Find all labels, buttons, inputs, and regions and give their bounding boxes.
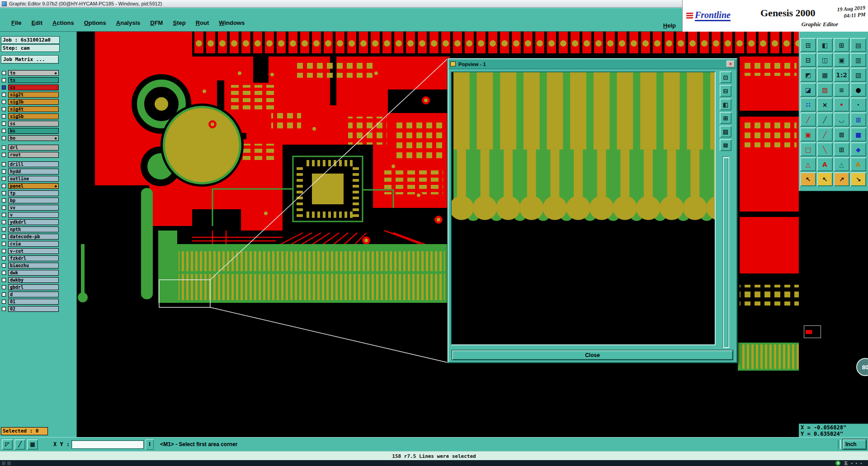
layer-checkbox[interactable] [2, 114, 6, 118]
popview-scrollbar-thumb[interactable] [723, 158, 728, 347]
layer-row[interactable]: bs [2, 127, 74, 134]
layer-checkbox[interactable] [2, 153, 6, 157]
layer-row[interactable]: sig3b [2, 99, 74, 105]
grid-window-button[interactable]: ⊞ [834, 142, 849, 156]
popview-titlebar[interactable]: Popview - 1 × [448, 59, 736, 69]
layer-bar[interactable]: npth [8, 226, 59, 232]
select-cursor-button[interactable]: ↖ [800, 172, 816, 186]
popview-rows-button[interactable]: ▤ [720, 126, 731, 137]
layer-bar[interactable]: vv [8, 205, 59, 211]
rows-view-button[interactable]: ▥ [850, 53, 866, 67]
menu-item[interactable]: File [6, 19, 26, 27]
red-backslash-button[interactable]: ╲ [817, 142, 833, 156]
menu-item[interactable]: Options [79, 19, 111, 27]
letter-a-orange-button[interactable]: A [850, 157, 866, 171]
layer-checkbox[interactable] [2, 129, 6, 133]
layer-row[interactable]: vv [2, 204, 74, 211]
layer-checkbox[interactable] [2, 264, 6, 268]
layer-row[interactable]: drill [2, 161, 74, 168]
layer-bar[interactable]: to ◆ [8, 70, 59, 76]
swap-view-button[interactable]: ⊞ [834, 38, 849, 52]
layer-row[interactable]: ss [2, 120, 74, 127]
clear-window-button[interactable]: ⊠ [834, 127, 849, 141]
layer-checkbox[interactable] [2, 71, 6, 75]
layer-checkbox[interactable] [2, 213, 6, 217]
thin-line-button[interactable]: ╱ [817, 113, 833, 127]
layer-bar[interactable]: bp [8, 198, 59, 203]
menu-item[interactable]: DFM [145, 19, 168, 27]
layer-row[interactable]: dwkby [2, 277, 74, 283]
layer-row[interactable]: ts [2, 77, 74, 84]
layer-bar[interactable]: cvia [8, 241, 59, 247]
measure-button[interactable]: ╱ [14, 439, 25, 450]
popview-close-icon[interactable]: × [726, 61, 735, 67]
layer-row[interactable]: sig5b [2, 113, 74, 120]
tray-volume-icon[interactable]: ▪ [856, 461, 857, 466]
layer-bar[interactable]: outline [8, 176, 59, 182]
layer-bar[interactable]: gbdrl [8, 284, 59, 290]
layer-row[interactable]: datecode-pb [2, 233, 74, 240]
grip-handle[interactable] [838, 440, 841, 449]
layer-row[interactable]: sig2t [2, 91, 74, 98]
layer-row[interactable]: drl [2, 144, 74, 151]
layer-checkbox[interactable] [2, 198, 6, 202]
layer-checkbox[interactable] [2, 256, 6, 260]
cross-mark-button[interactable]: × [817, 98, 833, 112]
layer-bar[interactable]: bo ◆ [8, 135, 59, 141]
popview-scrollbar[interactable] [722, 156, 729, 348]
layer-row[interactable]: cvia [2, 240, 74, 247]
popview-grid-button[interactable]: ⊞ [720, 112, 731, 124]
tray-network-icon[interactable]: ▪ [860, 461, 862, 466]
overview-window[interactable] [804, 325, 821, 338]
red-slope-button[interactable]: ╱ [817, 127, 833, 141]
tray-keyboard-icon[interactable]: ▪ [851, 461, 852, 466]
layer-checkbox[interactable] [2, 100, 6, 104]
layer-checkbox[interactable] [2, 206, 6, 210]
layer-bar[interactable]: hydd [8, 169, 59, 174]
select-se-button[interactable]: ↘ [850, 172, 866, 186]
xy-input[interactable] [71, 440, 144, 449]
layer-checkbox[interactable] [2, 177, 6, 181]
dual-view-button[interactable]: ◫ [817, 53, 833, 67]
layer-checkbox[interactable] [2, 93, 6, 97]
hatch-view-button[interactable]: ▧ [850, 68, 866, 82]
popview-clear-button[interactable]: ⊠ [720, 139, 731, 151]
layer-bar[interactable]: sig2t [8, 92, 59, 98]
layer-checkbox[interactable] [2, 227, 6, 231]
mesh-view-button[interactable]: ▦ [817, 68, 833, 82]
blue-fill-button[interactable]: ■ [850, 127, 866, 141]
layer-checkbox[interactable] [2, 220, 6, 224]
layer-row[interactable]: v-cut [2, 248, 74, 254]
layer-row[interactable]: 01 [2, 298, 74, 305]
layer-row[interactable]: npth [2, 226, 74, 233]
layer-row[interactable]: cs ▪ [2, 84, 74, 91]
layer-bar[interactable]: v [8, 212, 59, 218]
layer-bar[interactable]: rout [8, 152, 59, 158]
zoom-ratio-button[interactable]: 1:2 [834, 68, 849, 82]
layer-bar[interactable]: sig5b [8, 113, 59, 119]
popview-canvas[interactable] [451, 71, 716, 345]
layer-checkbox[interactable] [2, 146, 6, 150]
job-matrix-button[interactable]: Job Matrix ... [1, 55, 59, 64]
layer-checkbox[interactable] [2, 278, 6, 282]
layer-checkbox[interactable] [2, 271, 6, 275]
blue-points-button[interactable]: ∷ [800, 98, 816, 112]
layer-row[interactable]: outline [2, 175, 74, 182]
layer-bar[interactable]: biaozhu [8, 263, 59, 268]
layer-checkbox[interactable] [2, 122, 6, 126]
menu-item[interactable]: Windows [214, 19, 250, 27]
layer-bar[interactable]: dwkby [8, 277, 59, 283]
layer-row[interactable]: biaozhu [2, 262, 74, 269]
layer-checkbox[interactable] [2, 191, 6, 195]
menu-item[interactable]: Edit [26, 19, 47, 27]
layer-row[interactable]: d [2, 291, 74, 298]
layer-bar[interactable]: sig3b [8, 99, 59, 105]
menu-item[interactable]: Rout [191, 19, 214, 27]
layer-row[interactable]: panel ◆ [2, 183, 74, 189]
menu-item[interactable]: Step [168, 19, 190, 27]
layer-checkbox[interactable] [2, 184, 6, 188]
layer-bar[interactable]: bs [8, 128, 59, 134]
sogou-ime-icon[interactable]: S [835, 461, 840, 466]
layer-bar[interactable]: datecode-pb [8, 234, 59, 240]
layer-checkbox[interactable] [2, 235, 6, 239]
